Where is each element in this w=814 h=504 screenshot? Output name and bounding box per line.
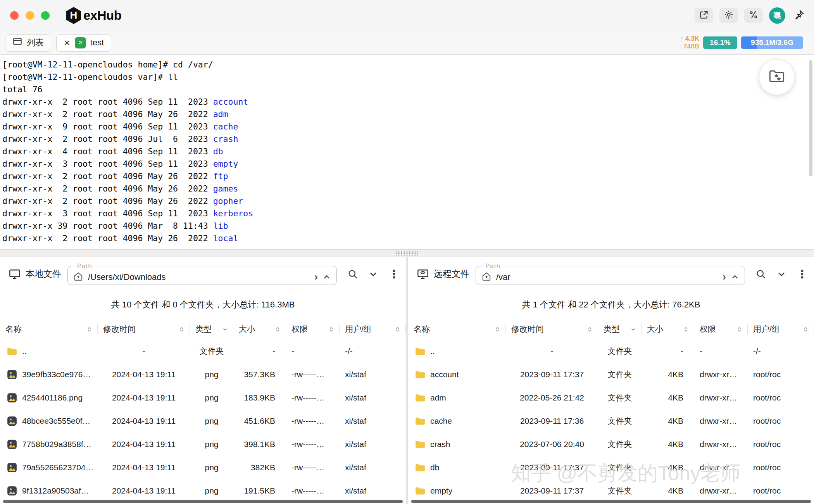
- column-header-permissions[interactable]: 权限: [694, 319, 748, 340]
- remote-path-input[interactable]: Path /var ›: [476, 263, 745, 285]
- terminal-scrollbar[interactable]: [809, 60, 812, 176]
- file-row[interactable]: empty2023-09-11 17:37文件夹4KBdrwxr-xr…root…: [408, 479, 814, 502]
- file-row[interactable]: adm2022-05-26 21:42文件夹4KBdrwxr-xr…root/r…: [408, 386, 814, 409]
- settings-button[interactable]: [719, 8, 738, 23]
- file-row[interactable]: crash2023-07-06 20:40文件夹4KBdrwxr-xr…root…: [408, 433, 814, 456]
- file-row[interactable]: 9f1312a90503af…2024-04-13 19:11png191.5K…: [0, 479, 406, 502]
- file-count-summary: 共 1 个文件 和 22 个文件夹，大小总计: 76.2KB: [408, 291, 814, 319]
- file-mtime: 2024-04-13 19:11: [98, 370, 190, 379]
- panel-menu-chevron-button[interactable]: [369, 269, 378, 279]
- column-header-size[interactable]: 大小: [642, 319, 694, 340]
- file-panels: 本地文件 Path /Users/xi/Downloads ›: [0, 257, 814, 504]
- path-expand-button[interactable]: ›: [723, 272, 726, 282]
- path-collapse-button[interactable]: [731, 273, 739, 281]
- close-tab-icon[interactable]: ✕: [64, 39, 71, 47]
- file-mtime: 2024-04-13 19:11: [98, 486, 190, 495]
- file-mtime: 2024-04-13 19:11: [98, 393, 190, 402]
- horizontal-scrollbar[interactable]: [3, 500, 403, 503]
- file-owner-group: xi/staf: [340, 486, 406, 495]
- file-size: 451.6KB: [233, 416, 286, 426]
- folder-icon: [414, 462, 426, 473]
- file-row[interactable]: cache2023-09-11 17:36文件夹4KBdrwxr-xr…root…: [408, 409, 814, 433]
- file-type: 文件夹: [598, 416, 642, 426]
- file-owner-group: xi/staf: [340, 463, 406, 472]
- file-size: 4KB: [642, 440, 694, 449]
- home-up-icon[interactable]: [481, 271, 492, 283]
- file-name: 39e9fb33c0e976…: [0, 369, 98, 380]
- file-owner-group: root/roc: [748, 393, 814, 402]
- titlebar-actions: 嘿: [695, 7, 814, 24]
- file-row[interactable]: 79a55265623704…2024-04-13 19:11png382KB-…: [0, 456, 406, 479]
- file-row[interactable]: 48bcee3c555e0f…2024-04-13 19:11png451.6K…: [0, 409, 406, 433]
- path-value[interactable]: /var: [496, 272, 718, 282]
- terminal-directory-name: ftp: [213, 171, 228, 181]
- file-mtime: 2023-09-11 17:37: [506, 486, 598, 495]
- folder-icon: [414, 438, 426, 450]
- search-button[interactable]: [347, 269, 358, 280]
- path-label: Path: [75, 263, 95, 269]
- file-owner-group: -/-: [748, 347, 814, 356]
- terminal-directory-name: empty: [213, 159, 238, 169]
- file-row[interactable]: db2023-09-11 17:37文件夹4KBdrwxr-xr…root/ro…: [408, 456, 814, 479]
- file-type: 文件夹: [598, 392, 642, 403]
- file-size: 398.1KB: [233, 440, 286, 449]
- panel-menu-chevron-button[interactable]: [777, 269, 786, 279]
- column-header-permissions[interactable]: 权限: [286, 319, 340, 340]
- more-menu-button[interactable]: ⋮: [388, 268, 400, 281]
- file-row[interactable]: ..-文件夹---/-: [0, 340, 406, 363]
- horizontal-scrollbar[interactable]: [411, 500, 811, 503]
- column-header-name[interactable]: 名称: [0, 319, 98, 340]
- terminal-line: total 76: [2, 83, 814, 96]
- column-header-size[interactable]: 大小: [233, 319, 286, 340]
- tab-list[interactable]: 列表: [5, 34, 51, 52]
- file-row[interactable]: 4254401186.png2024-04-13 19:11png183.9KB…: [0, 386, 406, 409]
- column-header-owner-group[interactable]: 用户/组: [340, 319, 406, 340]
- path-value[interactable]: /Users/xi/Downloads: [88, 272, 310, 282]
- path-expand-button[interactable]: ›: [314, 272, 318, 282]
- upload-rate: 4.3K: [685, 35, 699, 42]
- file-row[interactable]: 7758b029a3858f…2024-04-13 19:11png398.1K…: [0, 433, 406, 456]
- new-window-button[interactable]: [695, 8, 713, 23]
- open-in-new-icon: [699, 10, 709, 21]
- tab-test[interactable]: ✕ > test: [56, 34, 111, 52]
- file-owner-group: root/roc: [748, 463, 814, 472]
- tab-label: 列表: [27, 37, 44, 48]
- file-row[interactable]: ..-文件夹---/-: [408, 340, 814, 363]
- file-row[interactable]: account2023-09-11 17:37文件夹4KBdrwxr-xr…ro…: [408, 363, 814, 386]
- shortcut-button[interactable]: [744, 8, 763, 23]
- file-name: 48bcee3c555e0f…: [0, 415, 98, 427]
- local-path-input[interactable]: Path /Users/xi/Downloads ›: [67, 263, 337, 285]
- path-collapse-button[interactable]: [322, 273, 331, 281]
- file-type: png: [190, 486, 233, 495]
- more-menu-button[interactable]: ⋮: [797, 268, 808, 281]
- file-permissions: -rw-----…: [286, 486, 340, 495]
- minimize-window-button[interactable]: [26, 11, 34, 20]
- file-type: png: [190, 370, 233, 379]
- file-permissions: -rw-----…: [286, 440, 340, 449]
- file-type: 文件夹: [598, 462, 642, 473]
- user-avatar[interactable]: 嘿: [769, 7, 785, 24]
- open-file-transfer-button[interactable]: [759, 59, 795, 95]
- terminal[interactable]: [root@VM-12-11-opencloudos home]# cd /va…: [0, 55, 814, 249]
- column-header-name[interactable]: 名称: [408, 319, 506, 340]
- column-header-owner-group[interactable]: 用户/组: [748, 319, 814, 340]
- column-header-type[interactable]: 类型: [190, 319, 233, 340]
- home-up-icon[interactable]: [73, 271, 83, 283]
- column-header-type[interactable]: 类型: [598, 319, 642, 340]
- terminal-directory-name: gopher: [213, 196, 243, 206]
- terminal-directory-name: crash: [213, 134, 238, 144]
- file-type: png: [190, 463, 233, 472]
- zoom-window-button[interactable]: [41, 11, 50, 20]
- file-name: 79a55265623704…: [0, 462, 98, 473]
- file-permissions: -rw-----…: [286, 463, 340, 472]
- search-button[interactable]: [755, 269, 766, 280]
- file-row[interactable]: 39e9fb33c0e976…2024-04-13 19:11png357.3K…: [0, 363, 406, 386]
- close-window-button[interactable]: [10, 11, 19, 20]
- file-owner-group: root/roc: [748, 370, 814, 379]
- column-header-mtime[interactable]: 修改时间: [98, 319, 190, 340]
- file-owner-group: root/roc: [748, 486, 814, 495]
- pin-button[interactable]: [793, 9, 805, 22]
- split-handle[interactable]: [0, 249, 814, 257]
- column-header-mtime[interactable]: 修改时间: [506, 319, 598, 340]
- terminal-directory-name: cache: [213, 122, 238, 131]
